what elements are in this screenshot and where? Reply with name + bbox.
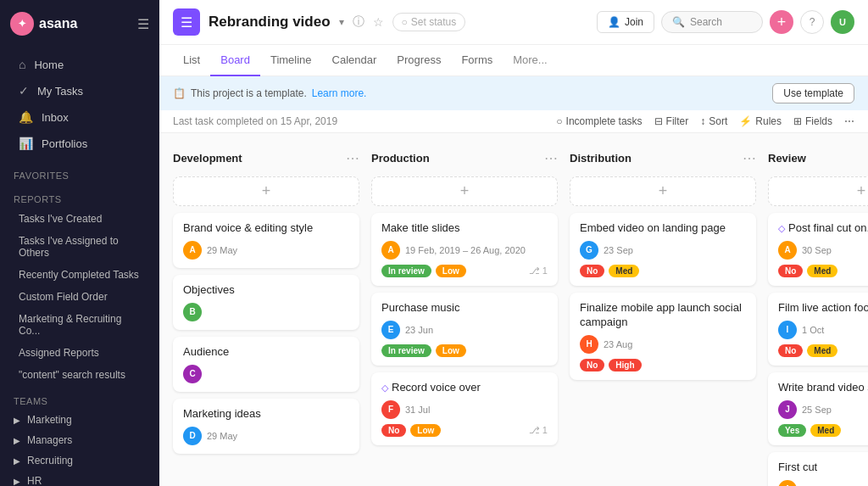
- card-finalize-mobile-meta: H 23 Aug: [580, 335, 746, 354]
- sort-button[interactable]: ↕ Sort: [700, 115, 727, 127]
- sidebar-header: ✦ asana ☰: [0, 0, 159, 47]
- topbar: ☰ Rebranding video ▾ ⓘ ☆ ○ Set status 👤 …: [159, 0, 868, 45]
- sidebar-team-marketing[interactable]: ▶ Marketing: [0, 410, 159, 430]
- column-development-menu[interactable]: ⋯: [346, 150, 359, 166]
- project-info-icon[interactable]: ⓘ: [353, 14, 364, 30]
- join-icon: 👤: [608, 16, 620, 28]
- project-icon: ☰: [173, 8, 200, 36]
- card-marketing-ideas-date: 29 May: [207, 431, 237, 441]
- tab-board[interactable]: Board: [210, 45, 260, 76]
- sidebar-item-tasks-created[interactable]: Tasks I've Created: [5, 209, 154, 229]
- card-record-voice-over[interactable]: ◇Record voice over F 31 Jul No Low ⎇ 1: [371, 372, 558, 445]
- set-status-button[interactable]: ○ Set status: [392, 13, 466, 31]
- column-development: Development ⋯ + Brand voice & editing st…: [173, 147, 359, 472]
- project-star-icon[interactable]: ☆: [373, 15, 384, 29]
- card-record-voice-over-meta: F 31 Jul: [381, 400, 548, 419]
- sidebar-nav: ⌂ Home ✓ My Tasks 🔔 Inbox 📊 Portfolios: [0, 47, 159, 160]
- card-audience[interactable]: Audience C: [173, 337, 359, 392]
- badge-no-4: No: [778, 265, 803, 277]
- badge-low-2: Low: [436, 344, 466, 357]
- card-make-title-slides-title: Make title slides: [381, 221, 548, 236]
- badge-high: High: [609, 359, 641, 371]
- card-brand-voice-meta: A 29 May: [183, 241, 349, 260]
- sidebar-team-recruiting[interactable]: ▶ Recruiting: [0, 450, 159, 471]
- tab-timeline[interactable]: Timeline: [260, 45, 322, 76]
- card-record-voice-over-date: 31 Jul: [405, 405, 430, 415]
- tab-forms[interactable]: Forms: [451, 45, 503, 76]
- column-production-menu[interactable]: ⋯: [544, 150, 558, 166]
- tab-progress[interactable]: Progress: [387, 45, 451, 76]
- add-button[interactable]: +: [770, 10, 793, 34]
- card-finalize-mobile[interactable]: Finalize mobile app launch social campai…: [570, 293, 756, 380]
- help-button[interactable]: ?: [800, 10, 824, 34]
- sidebar-item-my-tasks[interactable]: ✓ My Tasks: [5, 78, 154, 103]
- card-purchase-music[interactable]: Purchase music E 23 Jun In review Low: [371, 293, 558, 366]
- board-area: Development ⋯ + Brand voice & editing st…: [159, 133, 868, 486]
- diamond-icon: ◇: [381, 383, 388, 393]
- add-card-review[interactable]: +: [768, 176, 868, 206]
- card-make-title-slides[interactable]: Make title slides A 19 Feb, 2019 – 26 Au…: [371, 213, 558, 286]
- incomplete-tasks-button[interactable]: ○ Incomplete tasks: [556, 115, 642, 127]
- card-objectives[interactable]: Objectives B: [173, 275, 359, 330]
- sidebar-team-hr[interactable]: ▶ HR: [0, 471, 159, 486]
- card-film-live-action-date: 1 Oct: [802, 325, 824, 335]
- sidebar-item-inbox[interactable]: 🔔 Inbox: [5, 104, 154, 130]
- last-task-text: Last task completed on 15 Apr, 2019: [173, 115, 337, 127]
- sidebar-item-home[interactable]: ⌂ Home: [5, 52, 154, 77]
- column-distribution-menu[interactable]: ⋯: [743, 150, 756, 166]
- use-template-button[interactable]: Use template: [772, 83, 854, 103]
- card-write-brand-video-badges: Yes Med: [778, 424, 868, 437]
- badge-no-3: No: [580, 359, 604, 371]
- sidebar-item-assigned-reports[interactable]: Assigned Reports: [5, 343, 154, 363]
- project-title-dropdown[interactable]: ▾: [339, 16, 344, 28]
- asana-logo: ✦ asana: [10, 12, 77, 36]
- sidebar-item-custom-field-order[interactable]: Custom Field Order: [5, 287, 154, 307]
- join-button[interactable]: 👤 Join: [597, 11, 654, 33]
- card-film-live-action-avatar: I: [778, 321, 797, 339]
- card-embed-video[interactable]: Embed video on landing page G 23 Sep No …: [570, 213, 756, 286]
- sidebar-item-tasks-assigned[interactable]: Tasks I've Assigned to Others: [5, 231, 154, 263]
- sort-label: Sort: [709, 115, 727, 127]
- fields-button[interactable]: ⊞ Fields: [793, 115, 832, 127]
- card-objectives-meta: B: [183, 303, 349, 321]
- user-avatar[interactable]: U: [831, 10, 854, 34]
- add-card-development[interactable]: +: [173, 176, 359, 206]
- rules-button[interactable]: ⚡ Rules: [739, 115, 782, 127]
- recently-completed-label: Recently Completed Tasks: [19, 269, 139, 281]
- tab-calendar[interactable]: Calendar: [322, 45, 387, 76]
- sidebar-item-content-search[interactable]: "content" search results: [5, 365, 154, 385]
- card-record-voice-over-badges: No Low ⎇ 1: [381, 424, 548, 437]
- learn-more-link[interactable]: Learn more.: [312, 87, 367, 99]
- filter-icon: ⊟: [654, 115, 663, 127]
- card-make-title-slides-avatar: A: [381, 241, 400, 260]
- template-banner-left: 📋 This project is a template. Learn more…: [173, 87, 366, 99]
- card-embed-video-meta: G 23 Sep: [580, 241, 746, 260]
- card-film-live-action[interactable]: Film live action foota... I 1 Oct No Med: [768, 293, 868, 366]
- sidebar-item-portfolios[interactable]: 📊 Portfolios: [5, 131, 154, 156]
- card-first-cut[interactable]: First cut A 21 Feb, 2019 – 25 2020 No Hi…: [768, 452, 868, 486]
- card-record-voice-over-avatar: F: [381, 400, 400, 419]
- card-embed-video-title: Embed video on landing page: [580, 221, 746, 236]
- sidebar-team-managers[interactable]: ▶ Managers: [0, 430, 159, 450]
- card-marketing-ideas[interactable]: Marketing ideas D 29 May: [173, 399, 359, 454]
- sidebar-item-marketing-recruiting[interactable]: Marketing & Recruiting Co...: [5, 309, 154, 341]
- tab-more[interactable]: More...: [503, 45, 557, 76]
- tab-list[interactable]: List: [173, 45, 210, 76]
- card-post-final-cut[interactable]: ◇Post final cut on... A 30 Sep No Med: [768, 213, 868, 286]
- set-status-circle-icon: ○: [402, 16, 408, 28]
- card-post-final-cut-meta: A 30 Sep: [778, 241, 868, 260]
- add-card-distribution[interactable]: +: [570, 176, 756, 206]
- card-brand-voice[interactable]: Brand voice & editing style A 29 May: [173, 213, 359, 268]
- filter-button[interactable]: ⊟ Filter: [654, 115, 689, 127]
- card-marketing-ideas-title: Marketing ideas: [183, 407, 349, 422]
- search-bar[interactable]: 🔍 Search: [661, 11, 763, 33]
- sidebar-menu-toggle[interactable]: ☰: [137, 16, 149, 32]
- column-review-title: Review: [768, 152, 806, 165]
- card-make-title-slides-badges: In review Low ⎇ 1: [381, 265, 548, 277]
- sidebar-item-recently-completed[interactable]: Recently Completed Tasks: [5, 265, 154, 285]
- more-options-button[interactable]: ⋯: [844, 115, 854, 127]
- card-objectives-title: Objectives: [183, 283, 349, 298]
- card-write-brand-video[interactable]: Write brand video sc... J 25 Sep Yes Med: [768, 372, 868, 445]
- add-card-production[interactable]: +: [371, 176, 558, 206]
- template-icon: 📋: [173, 87, 186, 99]
